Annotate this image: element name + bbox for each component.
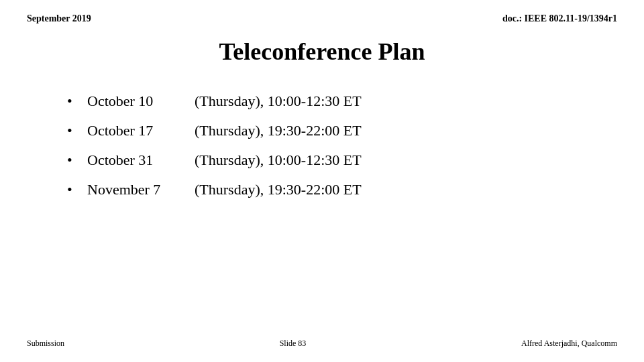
title-section: Teleconference Plan — [27, 38, 617, 66]
content-list: •October 10(Thursday), 10:00-12:30 ET•Oc… — [67, 93, 577, 198]
list-item: •October 10(Thursday), 10:00-12:30 ET — [67, 93, 577, 110]
header-date: September 2019 — [27, 13, 91, 24]
list-item: •October 17(Thursday), 19:30-22:00 ET — [67, 122, 577, 139]
list-item-date: October 10 — [87, 93, 195, 110]
list-item-detail: (Thursday), 10:00-12:30 ET — [195, 93, 362, 110]
bullet-icon: • — [67, 181, 80, 198]
page-title: Teleconference Plan — [27, 38, 617, 66]
list-item: •November 7(Thursday), 19:30-22:00 ET — [67, 181, 577, 198]
list-item-detail: (Thursday), 19:30-22:00 ET — [195, 181, 362, 198]
list-item-date: October 17 — [87, 122, 195, 139]
list-item-detail: (Thursday), 10:00-12:30 ET — [195, 152, 362, 169]
bullet-icon: • — [67, 122, 80, 139]
footer-author: Alfred Asterjadhi, Qualcomm — [521, 339, 617, 349]
list-item: •October 31(Thursday), 10:00-12:30 ET — [67, 152, 577, 169]
list-item-date: October 31 — [87, 152, 195, 169]
footer-submission: Submission — [27, 339, 64, 349]
header: September 2019 doc.: IEEE 802.11-19/1394… — [27, 13, 617, 24]
header-doc: doc.: IEEE 802.11-19/1394r1 — [502, 13, 617, 24]
footer: Submission Slide 83 Alfred Asterjadhi, Q… — [27, 339, 617, 349]
bullet-icon: • — [67, 93, 80, 110]
footer-slide: Slide 83 — [280, 339, 307, 349]
slide: September 2019 doc.: IEEE 802.11-19/1394… — [0, 0, 644, 362]
list-item-detail: (Thursday), 19:30-22:00 ET — [195, 122, 362, 139]
list-item-date: November 7 — [87, 181, 195, 198]
bullet-icon: • — [67, 152, 80, 169]
